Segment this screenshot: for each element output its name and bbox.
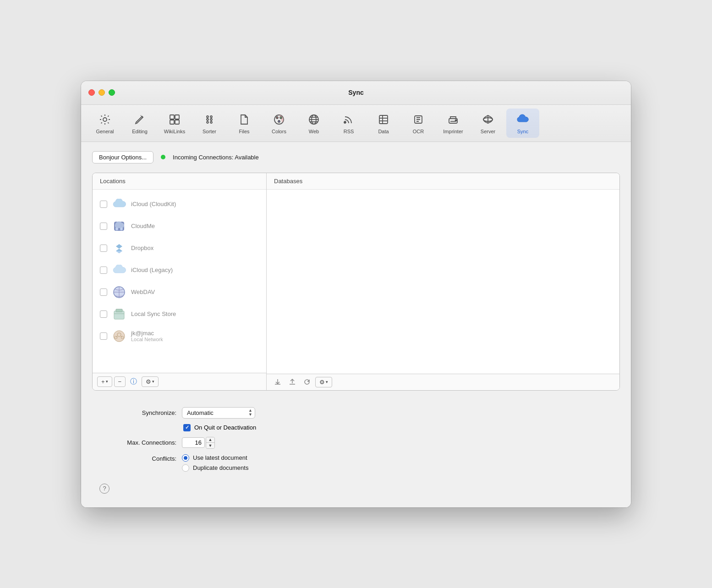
conflicts-option-use-latest[interactable]: Use latest document (182, 454, 248, 462)
svg-rect-20 (379, 115, 388, 124)
on-quit-checkbox[interactable] (183, 424, 191, 431)
max-connections-row: Max. Connections: ▲ ▼ (103, 437, 609, 449)
add-location-button[interactable]: + ▾ (97, 376, 112, 387)
ocr-label: OCR (413, 129, 424, 134)
webdav-checkbox[interactable] (100, 289, 107, 296)
use-latest-radio[interactable] (182, 454, 189, 462)
svg-point-7 (207, 119, 208, 120)
synchronize-control: Automatic ▲ ▼ (182, 407, 255, 419)
location-item-jk-jmac[interactable]: jk@jmac Local Network (93, 325, 266, 347)
toolbar-item-sync[interactable]: Sync (506, 109, 539, 138)
databases-settings-button[interactable]: ⚙ ▾ (315, 377, 332, 387)
svg-rect-2 (175, 115, 179, 119)
toolbar-item-server[interactable]: Server (471, 109, 504, 138)
use-latest-label: Use latest document (193, 454, 247, 461)
local-sync-store-checkbox[interactable] (100, 310, 107, 318)
pencil-icon (132, 112, 147, 127)
connection-status-dot (161, 155, 165, 159)
icloud-cloudkit-checkbox[interactable] (100, 201, 107, 208)
close-button[interactable] (88, 89, 95, 96)
general-label: General (96, 129, 114, 134)
location-settings-button[interactable]: ⚙ ▾ (142, 376, 159, 387)
dropbox-checkbox[interactable] (100, 245, 107, 252)
jk-jmac-subtext: Local Network (131, 337, 163, 342)
synchronize-row: Synchronize: Automatic ▲ ▼ (103, 407, 609, 419)
icloud-cloudkit-name: iCloud (CloudKit) (131, 201, 176, 207)
on-quit-label: On Quit or Deactivation (194, 424, 256, 431)
svg-point-26 (455, 120, 457, 121)
svg-rect-3 (170, 120, 174, 124)
icloud-legacy-checkbox[interactable] (100, 267, 107, 274)
max-connections-stepper: ▲ ▼ (206, 437, 215, 449)
toolbar-item-wikilinks[interactable]: WikiLinks (158, 109, 191, 138)
download-button[interactable] (271, 377, 284, 387)
max-connections-increment[interactable]: ▲ (206, 437, 214, 443)
toolbar-item-general[interactable]: General (88, 109, 121, 138)
bonjour-options-button[interactable]: Bonjour Options... (92, 151, 153, 163)
toolbar-item-sorter[interactable]: Sorter (193, 109, 226, 138)
conflicts-row: Conflicts: Use latest document Duplicate… (103, 454, 609, 472)
main-window: Sync General Editing (81, 81, 631, 507)
toolbar-item-files[interactable]: Files (228, 109, 261, 138)
info-icon: ⓘ (130, 377, 137, 386)
svg-rect-4 (175, 120, 179, 124)
remove-location-button[interactable]: − (114, 376, 126, 387)
toolbar-item-rss[interactable]: RSS (332, 109, 365, 138)
toolbar-item-imprinter[interactable]: Imprinter (437, 109, 470, 138)
icloud-legacy-icon (112, 263, 126, 278)
webdav-name: WebDAV (131, 289, 155, 295)
maximize-button[interactable] (109, 89, 115, 96)
svg-rect-34 (116, 309, 122, 312)
rss-icon (341, 112, 356, 127)
help-button[interactable]: ? (99, 484, 110, 494)
location-item-cloudme[interactable]: CloudMe (93, 215, 266, 237)
svg-point-14 (278, 120, 280, 122)
connection-status-text: Incoming Connections: Available (173, 154, 259, 161)
svg-rect-33 (114, 311, 124, 319)
location-info-button[interactable]: ⓘ (127, 376, 140, 387)
sync-label: Sync (517, 129, 528, 134)
max-connections-input[interactable] (182, 437, 205, 448)
icloud-cloudkit-icon (112, 197, 126, 212)
gear-icon (98, 112, 112, 127)
icloud-legacy-name: iCloud (Legacy) (131, 267, 173, 273)
network-icon (112, 329, 126, 343)
refresh-button[interactable] (301, 377, 313, 387)
webdav-icon (112, 285, 126, 299)
location-item-icloud-legacy[interactable]: iCloud (Legacy) (93, 259, 266, 281)
server-icon (481, 112, 495, 127)
web-label: Web (309, 129, 319, 134)
location-item-dropbox[interactable]: Dropbox (93, 237, 266, 259)
location-item-icloud-cloudkit[interactable]: iCloud (CloudKit) (93, 193, 266, 215)
duplicate-radio[interactable] (182, 464, 189, 472)
max-connections-decrement[interactable]: ▼ (206, 443, 214, 448)
max-connections-label: Max. Connections: (103, 439, 176, 446)
toolbar-item-web[interactable]: Web (297, 109, 330, 138)
sync-cloud-icon (515, 112, 530, 127)
locations-pane: Locations iCloud (CloudKit) (93, 173, 267, 390)
server-label: Server (481, 129, 495, 134)
data-icon (376, 112, 391, 127)
toolbar-item-colors[interactable]: Colors (263, 109, 296, 138)
toolbar-item-ocr[interactable]: OCR (402, 109, 435, 138)
conflicts-option-duplicate[interactable]: Duplicate documents (182, 464, 248, 472)
cloudme-icon (112, 219, 126, 234)
toolbar: General Editing WikiLinks (81, 105, 631, 142)
location-item-webdav[interactable]: WebDAV (93, 281, 266, 303)
conflicts-radio-group: Use latest document Duplicate documents (182, 454, 248, 472)
location-item-local-sync-store[interactable]: Local Sync Store (93, 303, 266, 325)
synchronize-select[interactable]: Automatic (182, 407, 255, 419)
upload-button[interactable] (286, 377, 299, 387)
dropbox-icon (112, 241, 126, 256)
toolbar-item-data[interactable]: Data (367, 109, 400, 138)
toolbar-item-editing[interactable]: Editing (123, 109, 156, 138)
minimize-button[interactable] (99, 89, 105, 96)
traffic-lights (88, 89, 115, 96)
svg-point-9 (207, 121, 208, 123)
jk-jmac-checkbox[interactable] (100, 332, 107, 340)
duplicate-label: Duplicate documents (193, 464, 248, 471)
svg-point-31 (120, 228, 123, 230)
on-quit-control: On Quit or Deactivation (183, 424, 256, 431)
colors-label: Colors (272, 129, 286, 134)
cloudme-checkbox[interactable] (100, 223, 107, 230)
